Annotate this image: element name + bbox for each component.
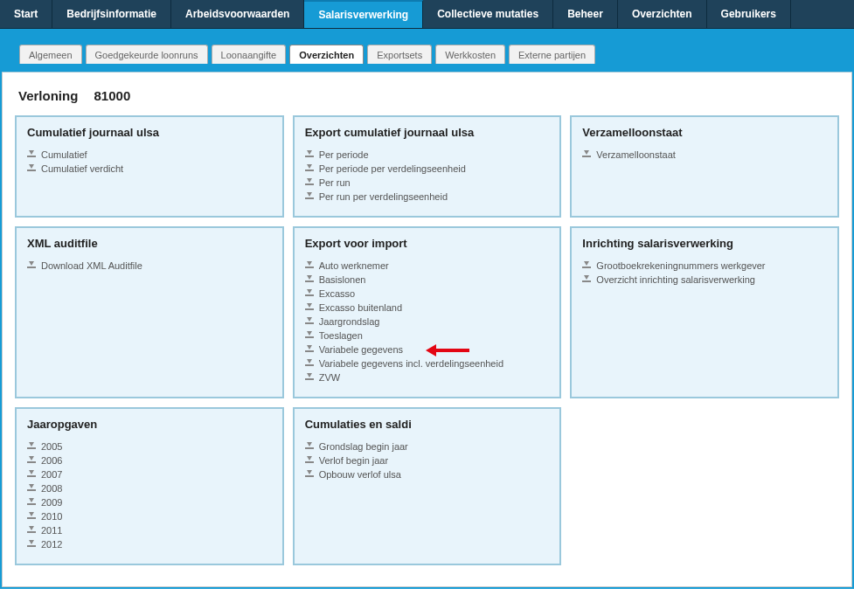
download-icon	[305, 456, 314, 465]
card-item[interactable]: Excasso	[305, 287, 550, 301]
sub-tab[interactable]: Loonaangifte	[212, 45, 287, 64]
topnav-tab[interactable]: Overzichten	[618, 0, 707, 28]
card-title: Cumulatief journaal ulsa	[27, 126, 272, 139]
download-icon	[305, 317, 314, 326]
topnav-tab[interactable]: Salarisverwerking	[304, 0, 423, 28]
card-grid: Cumulatief journaal ulsaCumulatiefCumula…	[15, 115, 839, 565]
card-item[interactable]: Grondslag begin jaar	[305, 440, 550, 453]
sub-tab[interactable]: Algemeen	[19, 45, 82, 64]
sub-tab[interactable]: Externe partijen	[509, 45, 595, 64]
card-item[interactable]: Verzamelloonstaat	[582, 148, 827, 162]
download-icon	[305, 373, 314, 382]
topnav-tab[interactable]: Start	[0, 0, 52, 28]
card-item[interactable]: Per run	[305, 176, 550, 190]
download-icon	[582, 275, 591, 284]
download-icon	[27, 261, 36, 270]
download-icon	[27, 484, 36, 493]
page-title: Verloning 81000	[18, 88, 839, 103]
annotation-arrow-icon	[426, 344, 469, 356]
download-icon	[305, 289, 314, 298]
card: XML auditfileDownload XML Auditfile	[15, 226, 284, 398]
download-icon	[27, 470, 36, 479]
sub-tab[interactable]: Exportsets	[367, 45, 432, 64]
download-icon	[305, 345, 314, 354]
card-item-label: 2012	[41, 539, 62, 550]
download-icon	[27, 512, 36, 521]
card-item[interactable]: Toeslagen	[305, 329, 550, 343]
card-item[interactable]: Grootboekrekeningnummers werkgever	[582, 259, 827, 273]
download-icon	[305, 275, 314, 284]
card-item-label: Per periode	[319, 149, 369, 160]
card-item[interactable]: Per periode	[305, 148, 550, 162]
card-title: Export cumulatief journaal ulsa	[305, 126, 550, 139]
download-icon	[27, 498, 36, 507]
card-item[interactable]: Opbouw verlof ulsa	[305, 467, 550, 481]
card-item-label: 2006	[41, 455, 62, 466]
download-icon	[305, 359, 314, 368]
content-panel: Verloning 81000 Cumulatief journaal ulsa…	[2, 73, 852, 587]
card-item-label: ZVW	[319, 372, 340, 383]
download-icon	[27, 456, 36, 465]
card-item[interactable]: 2007	[27, 467, 272, 481]
card-item[interactable]: Jaargrondslag	[305, 315, 550, 329]
download-icon	[582, 150, 591, 159]
card-item[interactable]: 2012	[27, 537, 272, 551]
card-item[interactable]: 2009	[27, 495, 272, 509]
card-item[interactable]: Cumulatief verdicht	[27, 162, 272, 176]
card-item-label: Excasso buitenland	[319, 302, 402, 313]
card-item[interactable]: Download XML Auditfile	[27, 259, 272, 273]
card-item-label: Basislonen	[319, 274, 366, 285]
card-item-label: Grondslag begin jaar	[319, 441, 408, 452]
download-icon	[27, 164, 36, 173]
card-item[interactable]: Per run per verdelingseenheid	[305, 190, 550, 204]
download-icon	[27, 150, 36, 159]
card-item[interactable]: 2005	[27, 440, 272, 453]
card-title: Inrichting salarisverwerking	[582, 237, 827, 250]
card-item[interactable]: Basislonen	[305, 273, 550, 287]
card-item-label: Download XML Auditfile	[41, 260, 142, 271]
card-title: Jaaropgaven	[27, 418, 272, 431]
card-item[interactable]: Per periode per verdelingseenheid	[305, 162, 550, 176]
topnav-tab[interactable]: Beheer	[553, 0, 618, 28]
download-icon	[305, 331, 314, 340]
card-item[interactable]: Cumulatief	[27, 148, 272, 162]
card-item[interactable]: Auto werknemer	[305, 259, 550, 273]
card-item-label: Per periode per verdelingseenheid	[319, 163, 466, 174]
card-item-label: 2008	[41, 483, 62, 494]
card: Jaaropgaven20052006200720082009201020112…	[15, 407, 284, 565]
card-item[interactable]: 2006	[27, 453, 272, 467]
card-item-label: Toeslagen	[319, 330, 363, 341]
topnav-tab[interactable]: Collectieve mutaties	[423, 0, 553, 28]
download-icon	[582, 261, 591, 270]
card-item-label: Per run	[319, 177, 351, 188]
card-title: Verzamelloonstaat	[582, 126, 827, 139]
sub-tab[interactable]: Overzichten	[289, 45, 364, 64]
card-item[interactable]: 2008	[27, 481, 272, 495]
top-nav: StartBedrijfsinformatieArbeidsvoorwaarde…	[0, 0, 854, 29]
card-item-label: Cumulatief	[41, 149, 87, 160]
card-title: Cumulaties en saldi	[305, 418, 550, 431]
card-item-label: Auto werknemer	[319, 260, 389, 271]
topnav-tab[interactable]: Gebruikers	[707, 0, 791, 28]
download-icon	[305, 178, 314, 187]
sub-tab[interactable]: Goedgekeurde loonruns	[86, 45, 208, 64]
card-item[interactable]: ZVW	[305, 370, 550, 384]
card-item[interactable]: Verlof begin jaar	[305, 453, 550, 467]
card-item-label: 2011	[41, 525, 62, 536]
card-item[interactable]: 2010	[27, 509, 272, 523]
card-item-label: Cumulatief verdicht	[41, 163, 123, 174]
card-item[interactable]: 2011	[27, 523, 272, 537]
card-item-label: Grootboekrekeningnummers werkgever	[596, 260, 765, 271]
topnav-tab[interactable]: Arbeidsvoorwaarden	[171, 0, 304, 28]
card: VerzamelloonstaatVerzamelloonstaat	[570, 115, 839, 218]
card-item[interactable]: Overzicht inrichting salarisverwerking	[582, 273, 827, 287]
card-item-label: 2007	[41, 469, 62, 480]
card-title: Export voor import	[305, 237, 550, 250]
card: Cumulaties en saldiGrondslag begin jaarV…	[293, 407, 562, 565]
sub-tab[interactable]: Werkkosten	[435, 45, 505, 64]
card: Export voor importAuto werknemerBasislon…	[293, 226, 562, 398]
card-item[interactable]: Variabele gegevens incl. verdelingseenhe…	[305, 356, 550, 370]
card-item[interactable]: Variabele gegevens	[305, 343, 550, 356]
card-item[interactable]: Excasso buitenland	[305, 301, 550, 315]
topnav-tab[interactable]: Bedrijfsinformatie	[52, 0, 171, 28]
